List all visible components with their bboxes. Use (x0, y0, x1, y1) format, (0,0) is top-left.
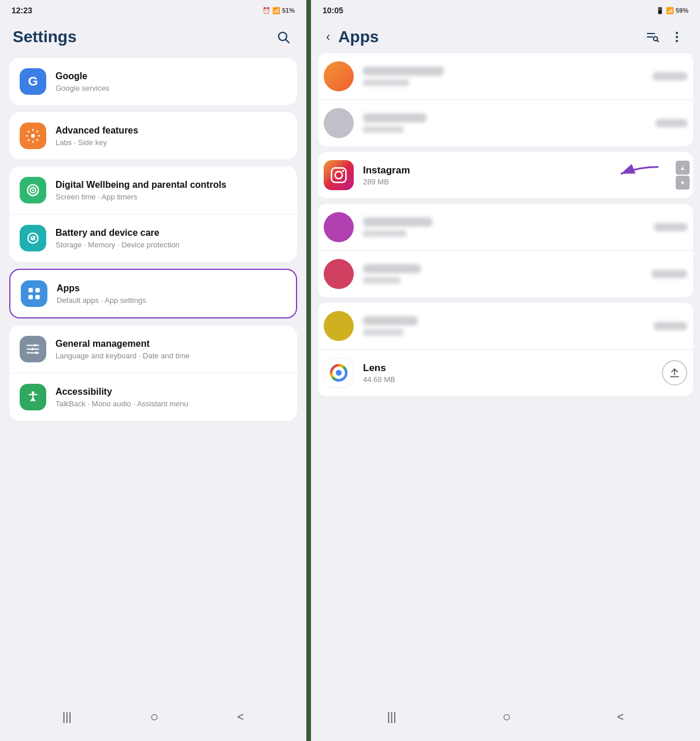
accessibility-title: Accessibility (55, 386, 287, 398)
svg-line-1 (286, 40, 290, 43)
more-options-button[interactable] (666, 27, 687, 47)
general-title: General management (55, 338, 287, 350)
blurred-size-1 (363, 79, 409, 86)
apps-header: ‹ Apps (311, 18, 700, 53)
right-home-button[interactable]: ○ (491, 704, 523, 729)
blurred-app-icon-4 (324, 259, 354, 289)
advanced-title: Advanced features (55, 125, 287, 137)
wellbeing-title: Digital Wellbeing and parental controls (55, 179, 287, 191)
blurred-app-text-3 (363, 217, 645, 237)
right-menu-button[interactable]: ||| (376, 706, 408, 728)
settings-list: G Google Google services Advanced feat (0, 53, 306, 696)
blurred-name-5 (363, 316, 418, 325)
svg-line-25 (657, 40, 659, 42)
svg-rect-11 (35, 295, 40, 299)
blurred-size-5 (363, 329, 403, 336)
settings-item-digital-wellbeing[interactable]: Digital Wellbeing and parental controls … (9, 166, 297, 214)
scroll-indicator: ▲ ▼ (676, 161, 690, 190)
settings-item-google[interactable]: G Google Google services (9, 58, 297, 105)
blurred-name-3 (363, 217, 432, 227)
settings-card-general-accessibility: General management Language and keyboard… (9, 325, 297, 421)
blurred-name-2 (363, 113, 427, 123)
blurred-app-text-5 (363, 316, 645, 336)
settings-item-accessibility[interactable]: Accessibility TalkBack · Mono audio · As… (9, 373, 297, 421)
battery-sub: Storage · Memory · Device protection (55, 240, 287, 249)
settings-item-apps[interactable]: Apps Default apps · App settings (10, 270, 296, 317)
app-item-instagram[interactable]: Instagram 289 MB ▲ (318, 152, 693, 198)
home-button[interactable]: ○ (139, 704, 171, 729)
blurred-extra-5 (654, 322, 687, 330)
svg-point-17 (31, 348, 34, 350)
svg-point-28 (676, 40, 678, 42)
search-button[interactable] (273, 27, 294, 47)
left-time: 12:23 (12, 6, 32, 15)
apps-title: Apps (57, 283, 286, 295)
filter-search-button[interactable] (642, 27, 663, 47)
settings-card-wellbeing-battery: Digital Wellbeing and parental controls … (9, 166, 297, 262)
settings-item-battery[interactable]: Battery and device care Storage · Memory… (9, 214, 297, 262)
settings-item-general[interactable]: General management Language and keyboard… (9, 325, 297, 373)
app-item-lens[interactable]: Lens 44.68 MB (318, 350, 693, 396)
blurred-app-text-4 (363, 264, 642, 284)
svg-point-5 (32, 189, 34, 191)
right-time: 10:05 (323, 6, 343, 15)
apps-title-header: Apps (338, 28, 379, 46)
lens-icon (324, 358, 354, 388)
svg-point-26 (676, 32, 678, 34)
blurred-extra-1 (653, 72, 687, 80)
svg-point-14 (34, 344, 36, 346)
apps-card-instagram: Instagram 289 MB ▲ (318, 152, 693, 198)
right-back-button[interactable]: < (605, 706, 635, 728)
google-title: Google (55, 71, 287, 83)
settings-card-apps: Apps Default apps · App settings (9, 269, 297, 318)
menu-button[interactable]: ||| (51, 706, 83, 728)
svg-point-27 (676, 36, 678, 38)
app-item-blurred-4[interactable] (318, 251, 693, 297)
blurred-app-icon-3 (324, 212, 354, 242)
apps-list: Instagram 289 MB ▲ (311, 53, 700, 696)
svg-point-20 (35, 351, 38, 354)
phone-left: 12:23 ⏰ 📶 51% Settings G Google (0, 0, 306, 741)
google-sub: Google services (55, 84, 287, 92)
accessibility-icon (20, 384, 46, 410)
settings-title: Settings (13, 28, 76, 46)
blurred-app-icon-5 (324, 311, 354, 341)
wellbeing-text: Digital Wellbeing and parental controls … (55, 179, 287, 201)
apps-card-top (318, 53, 693, 146)
wifi-icon: 📶 (272, 7, 280, 14)
left-status-bar: 12:23 ⏰ 📶 51% (0, 0, 306, 18)
right-status-icons: 📱 📶 59% (656, 7, 688, 14)
back-button-right[interactable]: ‹ (324, 27, 336, 47)
app-item-blurred-1[interactable] (318, 53, 693, 100)
advanced-icon (20, 123, 46, 149)
left-bottom-nav: ||| ○ < (0, 696, 306, 741)
svg-rect-8 (28, 288, 33, 292)
apps-sub: Default apps · App settings (57, 296, 286, 305)
battery-text: 51% (282, 7, 295, 14)
scroll-to-top-button[interactable] (662, 360, 687, 386)
apps-card-middle (318, 204, 693, 297)
blurred-extra-3 (654, 223, 687, 231)
apps-icon (21, 280, 47, 307)
back-button[interactable]: < (225, 706, 255, 728)
blurred-extra-4 (651, 270, 687, 278)
settings-item-advanced[interactable]: Advanced features Labs · Side key (9, 112, 297, 160)
blurred-app-text-1 (363, 66, 643, 86)
apps-card-bottom: Lens 44.68 MB (318, 303, 693, 396)
google-icon: G (20, 68, 46, 95)
google-text: Google Google services (55, 71, 287, 92)
app-item-blurred-2[interactable] (318, 100, 693, 146)
general-sub: Language and keyboard · Date and time (55, 351, 287, 360)
scroll-down-btn[interactable]: ▼ (676, 176, 690, 190)
blurred-name-4 (363, 264, 421, 273)
advanced-sub: Labs · Side key (55, 138, 287, 147)
blurred-app-icon-1 (324, 61, 354, 91)
app-item-blurred-5[interactable] (318, 303, 693, 350)
svg-point-30 (335, 172, 343, 179)
blurred-app-icon-2 (324, 108, 354, 138)
scroll-up-btn[interactable]: ▲ (676, 161, 690, 175)
app-item-blurred-3[interactable] (318, 204, 693, 251)
whatsapp-icon: 📱 (656, 7, 664, 14)
lens-size: 44.68 MB (363, 375, 647, 384)
left-status-icons: ⏰ 📶 51% (262, 7, 295, 14)
